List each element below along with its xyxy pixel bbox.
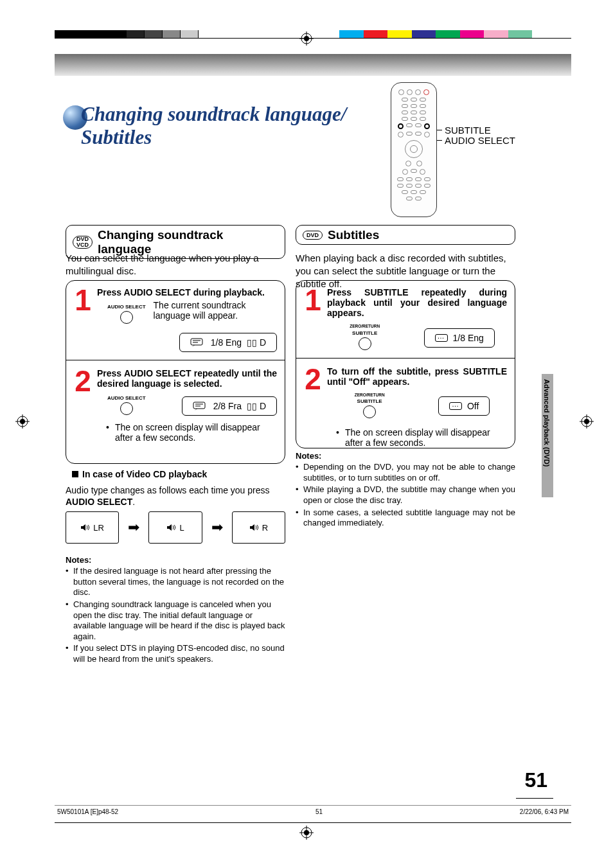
note-item: Depending on the DVD, you may not be abl… [296,462,515,483]
page-title-line2: Subtitles [81,126,346,149]
step-2: 2 To turn off the subtitle, press SUBTIT… [304,366,507,448]
step-divider [296,358,515,359]
page-title: Changing soundtrack language/ Subtitles [69,103,346,148]
note-item: In some cases, a selected subtitle langu… [296,508,515,529]
remote-button-audio-select: AUDIO SELECT [107,395,146,415]
speaker-icon [166,524,177,531]
remote-label-audio-select: AUDIO SELECT [445,135,515,146]
footer-page: 51 [315,808,323,815]
notes-left: Notes: If the desired language is not he… [66,555,285,666]
square-bullet-icon [72,471,78,477]
button-label: AUDIO SELECT [107,304,146,310]
step-number: 2 [74,368,92,443]
osd-text: 1/8 Eng [211,337,242,348]
page: { "title_line1": "Changing soundtrack la… [0,0,613,868]
step-title: Press SUBTITLE repeatedly during playbac… [327,287,507,318]
note-item: If you select DTS in playing DTS-encoded… [66,643,285,664]
section-header-subtitles: DVD Subtitles [296,225,515,245]
button-ring-icon [120,402,133,415]
step-number: 2 [304,366,322,448]
button-label-top: ZERO/RETURN [355,393,385,398]
svg-rect-15 [193,402,205,409]
subtitle-icon [435,334,448,342]
step-1: 1 Press AUDIO SELECT during playback. AU… [74,287,277,352]
vcd-subheading: In case of Video CD playback [72,469,207,479]
registration-mark-bottom [299,826,314,840]
step-number: 1 [74,287,92,352]
speech-icon [190,338,206,347]
step-1: 1 Press SUBTITLE repeatedly during playb… [304,287,507,350]
note-item: Changing soundtrack language is canceled… [66,599,285,642]
step-title: Press AUDIO SELECT repeatedly until the … [97,368,277,389]
steps-card-soundtrack: 1 Press AUDIO SELECT during playback. AU… [66,280,285,464]
note-item: While playing a DVD, the subtitle may ch… [296,484,515,506]
osd-text: 2/8 Fra [213,401,242,411]
vcd-description: Audio type changes as follows each time … [66,484,285,508]
svg-rect-12 [191,339,202,345]
audio-mode-label: L [179,523,184,533]
notes-heading: Notes: [66,555,285,565]
lead-line [437,130,442,130]
footer: 5W50101A [E]p48-52 51 2/22/06, 6:43 PM [55,805,571,815]
disc-type: VCD [76,242,89,248]
registration-mark-left [15,414,30,429]
remote-button-subtitle: ZERO/RETURN SUBTITLE [355,393,385,419]
steps-card-subtitles: 1 Press SUBTITLE repeatedly during playb… [296,280,515,448]
osd-display: Off [438,396,490,416]
speaker-icon [80,524,91,531]
crop-line-bottom [55,822,571,823]
page-number: 51 [524,768,547,792]
print-density-strip [55,30,199,38]
section-lead-in: You can select the language when you pla… [66,252,285,278]
section-title: Subtitles [328,228,379,242]
button-ring-icon [120,311,133,324]
audio-mode-box: LR [66,511,119,544]
osd-display: 1/8 Eng [424,328,495,348]
button-label-top: ZERO/RETURN [350,324,380,329]
button-ring-icon [359,337,371,350]
header-gradient [55,54,571,76]
speaker-icon [249,524,260,531]
audio-mode-label: LR [93,523,104,533]
osd-display: 1/8 Eng ▯▯ D [179,333,277,352]
step-description: The current soundtrack language will app… [154,300,277,321]
registration-mark-right [580,414,594,429]
side-tab-label: Advanced playback (DVD) [543,379,551,466]
arrow-right-icon: ➡ [211,519,223,536]
remote-label-subtitle: SUBTITLE [445,125,491,136]
step-note: The on screen display will disappear aft… [327,427,507,448]
remote-button-subtitle: ZERO/RETURN SUBTITLE [350,324,380,350]
arrow-right-icon: ➡ [128,519,139,536]
remote-button-audio-select: AUDIO SELECT [107,304,146,324]
step-note: The on screen display will disappear aft… [97,422,277,443]
osd-codec: ▯▯ D [247,401,266,411]
button-label: AUDIO SELECT [107,395,146,401]
osd-text: 1/8 Eng [453,333,484,343]
osd-codec: ▯▯ D [247,337,266,348]
button-label: SUBTITLE [357,398,382,404]
audio-mode-box: L [148,511,202,544]
button-ring-icon [363,405,376,418]
step-2: 2 Press AUDIO SELECT repeatedly until th… [74,368,277,443]
remote-control-illustration [391,82,437,217]
lead-line [437,140,442,141]
step-title: Press AUDIO SELECT during playback. [97,287,277,297]
speech-icon [193,402,208,411]
vcd-subheading-text: In case of Video CD playback [82,469,207,479]
print-color-strip [339,30,532,38]
footer-filename: 5W50101A [E]p48-52 [57,808,118,815]
disc-type-pill: DVD [303,231,323,240]
step-divider [66,360,285,360]
notes-right: Notes: Depending on the DVD, you may not… [296,451,515,530]
disc-type-pill: DVD VCD [73,236,93,249]
side-tab: Advanced playback (DVD) [542,374,553,497]
osd-text: Off [467,401,479,411]
page-title-wrap: Changing soundtrack language/ Subtitles [69,103,346,148]
audio-mode-label: R [262,523,268,533]
audio-cycle-diagram: LR ➡ L ➡ R [66,511,285,544]
footer-timestamp: 2/22/06, 6:43 PM [520,808,569,815]
audio-mode-box: R [232,511,285,544]
subtitle-icon [449,402,462,410]
step-number: 1 [304,287,322,350]
registration-mark-top [299,31,314,46]
